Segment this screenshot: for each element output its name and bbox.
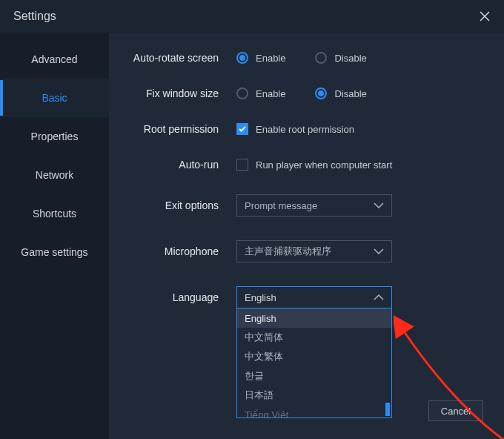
label-auto-run: Auto-run xyxy=(109,159,236,171)
sidebar-item-network[interactable]: Network xyxy=(0,156,109,194)
radio-icon xyxy=(315,52,327,64)
label-root-permission: Root permission xyxy=(109,123,236,135)
window-title: Settings xyxy=(13,10,56,23)
label-auto-rotate: Auto-rotate screen xyxy=(109,52,236,64)
close-icon[interactable] xyxy=(479,10,491,22)
sidebar-item-properties[interactable]: Properties xyxy=(0,117,109,156)
select-microphone[interactable]: 主声音捕获驱动程序 xyxy=(236,240,392,263)
language-option[interactable]: 한글 xyxy=(237,366,391,386)
select-value: English xyxy=(245,292,276,303)
sidebar-item-basic[interactable]: Basic xyxy=(0,79,109,117)
footer: Cancel xyxy=(428,400,483,421)
sidebar-item-shortcuts[interactable]: Shortcuts xyxy=(0,194,109,233)
language-option[interactable]: 日本語 xyxy=(237,386,391,405)
language-option[interactable]: English xyxy=(237,308,391,328)
label-microphone: Microphone xyxy=(109,245,236,257)
sidebar-item-game-settings[interactable]: Game settings xyxy=(0,233,109,271)
settings-panel: Auto-rotate screen Enable Disable Fix wi… xyxy=(109,33,504,439)
radio-icon xyxy=(236,52,248,64)
radio-label: Disable xyxy=(334,53,366,64)
select-language[interactable]: English xyxy=(236,286,392,308)
checkbox-label: Enable root permission xyxy=(256,124,354,135)
select-exit-options[interactable]: Prompt message xyxy=(236,194,392,217)
radio-icon xyxy=(315,88,327,99)
sidebar-item-label: Shortcuts xyxy=(33,208,76,220)
checkbox-icon xyxy=(236,123,248,135)
radio-fix-window-enable[interactable]: Enable xyxy=(236,88,285,99)
radio-fix-window-disable[interactable]: Disable xyxy=(315,88,366,99)
header: Settings xyxy=(0,0,504,33)
cancel-button[interactable]: Cancel xyxy=(428,400,483,421)
sidebar-item-label: Properties xyxy=(31,131,79,142)
chevron-up-icon xyxy=(374,294,384,300)
select-value: 主声音捕获驱动程序 xyxy=(245,245,331,258)
label-exit-options: Exit options xyxy=(109,199,236,211)
label-fix-window: Fix window size xyxy=(109,88,236,99)
checkbox-auto-run[interactable]: Run player when computer start xyxy=(236,159,392,171)
language-option[interactable]: 中文简体 xyxy=(237,328,391,347)
radio-auto-rotate-disable[interactable]: Disable xyxy=(315,52,366,64)
language-option[interactable]: 中文繁体 xyxy=(237,347,391,366)
label-language: Language xyxy=(109,291,236,303)
radio-icon xyxy=(236,88,248,99)
chevron-down-icon xyxy=(374,202,384,208)
sidebar-item-label: Basic xyxy=(42,92,67,104)
sidebar-item-label: Network xyxy=(36,169,73,181)
radio-label: Enable xyxy=(256,53,285,64)
radio-auto-rotate-enable[interactable]: Enable xyxy=(236,52,285,64)
language-option[interactable]: Tiếng Việt xyxy=(237,405,391,418)
checkbox-label: Run player when computer start xyxy=(256,159,392,171)
checkbox-root-permission[interactable]: Enable root permission xyxy=(236,123,354,135)
radio-label: Enable xyxy=(256,88,285,99)
select-value: Prompt message xyxy=(245,200,317,211)
radio-label: Disable xyxy=(334,88,366,99)
sidebar: Advanced Basic Properties Network Shortc… xyxy=(0,33,109,439)
checkbox-icon xyxy=(236,159,248,171)
language-dropdown: English 中文简体 中文繁体 한글 日本語 Tiếng Việt xyxy=(236,308,392,418)
scrollbar-thumb[interactable] xyxy=(385,403,390,416)
chevron-down-icon xyxy=(374,248,384,254)
sidebar-item-advanced[interactable]: Advanced xyxy=(0,40,109,79)
sidebar-item-label: Advanced xyxy=(31,53,77,65)
sidebar-item-label: Game settings xyxy=(21,246,87,258)
